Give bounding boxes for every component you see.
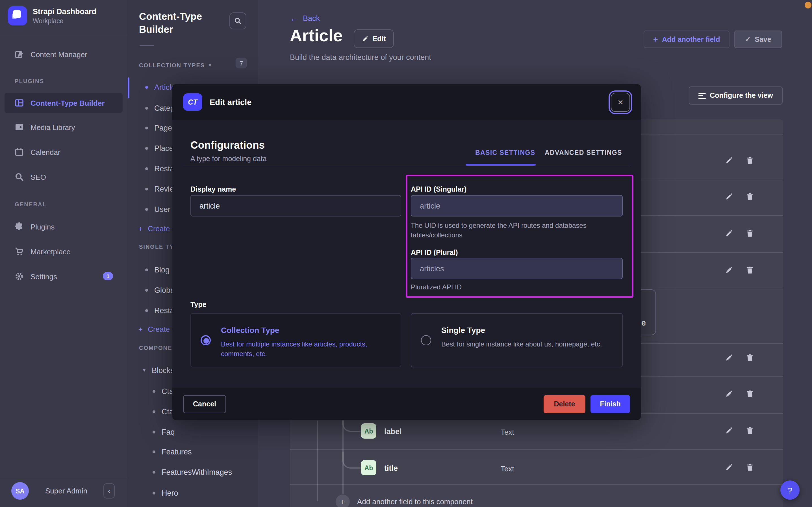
sidebar-item-label: SEO xyxy=(30,173,46,181)
api-id-plural-input[interactable] xyxy=(411,258,623,279)
pencil-icon[interactable] xyxy=(725,229,733,237)
pencil-icon[interactable] xyxy=(725,390,733,398)
help-button[interactable]: ? xyxy=(780,481,800,500)
tree-line xyxy=(317,420,318,501)
api-id-singular-input[interactable] xyxy=(411,195,623,217)
collapse-sidebar-button[interactable]: ‹ xyxy=(104,483,115,499)
cart-icon xyxy=(15,247,24,256)
divider xyxy=(290,485,783,485)
pencil-icon[interactable] xyxy=(725,427,733,435)
sidebar-section-plugins: PLUGINS xyxy=(15,78,44,84)
tab-basic-settings[interactable]: BASIC SETTINGS xyxy=(475,149,536,156)
row-actions xyxy=(725,266,754,274)
trash-icon[interactable] xyxy=(746,463,754,471)
avatar[interactable]: SA xyxy=(11,482,29,500)
collection-types-header[interactable]: COLLECTION TYPES ▾ xyxy=(139,62,211,68)
divider xyxy=(183,167,630,167)
sidebar-item-marketplace[interactable]: Marketplace xyxy=(0,242,127,261)
component-item[interactable]: Faq xyxy=(127,421,258,442)
api-id-singular-label: API ID (Singular) xyxy=(411,185,466,193)
sidebar-item-content-manager[interactable]: Content Manager xyxy=(0,45,127,64)
cancel-button[interactable]: Cancel xyxy=(183,395,226,413)
pencil-icon[interactable] xyxy=(725,354,733,362)
clipped-text: e xyxy=(641,318,646,327)
sidebar-item-content-type-builder[interactable]: Content-Type Builder xyxy=(4,93,123,113)
trash-icon[interactable] xyxy=(746,354,754,362)
sidebar-item-calendar[interactable]: Calendar xyxy=(0,143,127,162)
option-desc: Best for single instance like about us, … xyxy=(441,340,602,349)
option-title: Collection Type xyxy=(221,326,279,335)
display-name-input[interactable] xyxy=(190,195,401,217)
bullet-icon xyxy=(145,208,148,211)
search-button[interactable] xyxy=(230,12,246,30)
row-actions xyxy=(725,354,754,362)
sidebar-item-plugins[interactable]: Plugins xyxy=(0,217,127,236)
display-name-label: Display name xyxy=(190,185,236,193)
component-item[interactable]: Features xyxy=(127,441,258,462)
pencil-icon[interactable] xyxy=(725,193,733,201)
finish-button[interactable]: Finish xyxy=(590,395,630,413)
option-title: Single Type xyxy=(441,326,485,335)
item-label: FeaturesWithImages xyxy=(162,468,232,476)
add-another-field-button[interactable]: + Add another field xyxy=(644,31,730,48)
item-label: Blocks xyxy=(152,366,174,375)
bullet-icon xyxy=(152,431,155,433)
pencil-icon[interactable] xyxy=(725,157,733,165)
configure-view-button[interactable]: Configure the view xyxy=(689,87,783,105)
content-type-badge: CT xyxy=(183,93,202,111)
item-label: Cta xyxy=(162,387,174,395)
chevron-down-icon: ▾ xyxy=(209,63,211,68)
trash-icon[interactable] xyxy=(746,157,754,165)
collection-type-option[interactable]: Collection Type Best for multiple instan… xyxy=(190,313,401,368)
back-label: Back xyxy=(303,14,320,22)
divider xyxy=(0,477,127,478)
trash-icon[interactable] xyxy=(746,390,754,398)
bullet-icon xyxy=(145,268,148,271)
pencil-icon[interactable] xyxy=(725,463,733,471)
save-button[interactable]: ✓ Save xyxy=(734,31,782,48)
sidebar-item-label: Settings xyxy=(30,272,57,281)
bullet-icon xyxy=(145,86,148,89)
radio-unselected-icon[interactable] xyxy=(421,335,431,345)
add-field-plus-button[interactable]: + xyxy=(336,495,350,507)
add-field-label: Add another field xyxy=(662,35,720,43)
tab-advanced-settings[interactable]: ADVANCED SETTINGS xyxy=(545,149,622,156)
save-label: Save xyxy=(755,35,771,43)
api-id-hint-line2: tables/collections xyxy=(411,231,462,239)
bullet-icon xyxy=(145,147,148,150)
modal-title: Edit article xyxy=(210,98,251,107)
item-label: Page xyxy=(154,123,172,132)
row-actions xyxy=(725,193,754,201)
image-icon xyxy=(15,123,24,132)
trash-icon[interactable] xyxy=(746,229,754,237)
component-item[interactable]: FeaturesWithImages xyxy=(127,462,258,482)
layout-grid-icon xyxy=(15,98,24,107)
api-id-plural-label: API ID (Plural) xyxy=(411,249,458,257)
sidebar-item-label: Media Library xyxy=(30,123,75,131)
add-field-to-component-label[interactable]: Add another field to this component xyxy=(357,497,473,506)
sidebar-item-seo[interactable]: SEO xyxy=(0,167,127,186)
pluralized-hint: Pluralized API ID xyxy=(411,283,462,291)
sidebar-item-label: Content Manager xyxy=(30,50,87,58)
puzzle-icon xyxy=(15,222,24,231)
trash-icon[interactable] xyxy=(746,266,754,274)
pen-square-icon xyxy=(15,50,24,59)
delete-button[interactable]: Delete xyxy=(544,395,585,413)
back-link[interactable]: ← Back xyxy=(290,13,320,23)
item-label: Hero xyxy=(162,489,178,497)
plus-icon: + xyxy=(138,325,143,333)
component-item[interactable]: Hero xyxy=(127,483,258,503)
trash-icon[interactable] xyxy=(746,193,754,201)
api-id-hint-line1: The UID is used to generate the API rout… xyxy=(411,222,586,229)
trash-icon[interactable] xyxy=(746,427,754,435)
item-label: Blog xyxy=(154,265,170,274)
app-title: Strapi Dashboard xyxy=(33,7,96,16)
edit-button[interactable]: Edit xyxy=(354,30,394,48)
gear-icon xyxy=(15,272,24,281)
single-type-option[interactable]: Single Type Best for single instance lik… xyxy=(411,313,623,368)
sidebar-item-media-library[interactable]: Media Library xyxy=(0,118,127,137)
radio-selected-icon[interactable] xyxy=(201,335,211,345)
scrollbar[interactable] xyxy=(128,77,129,98)
pencil-icon[interactable] xyxy=(725,266,733,274)
close-button[interactable]: × xyxy=(611,93,630,112)
